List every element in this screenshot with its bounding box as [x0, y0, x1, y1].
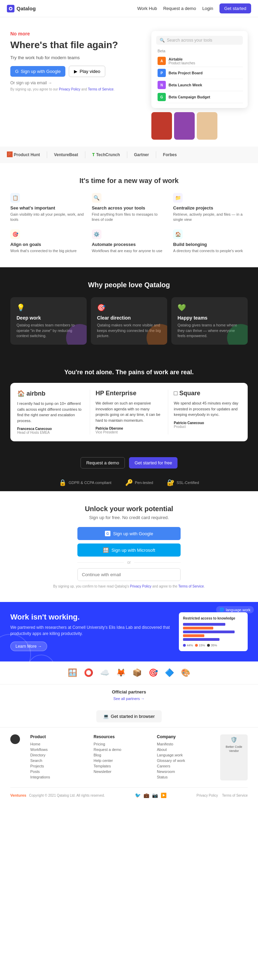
footer-link-templates[interactable]: Templates: [94, 764, 147, 768]
partner-box: 📦: [132, 668, 142, 677]
hero-google-button[interactable]: G Sign up with Google: [10, 66, 65, 77]
nav-logo: Qatalog: [7, 5, 36, 13]
footer-link-workflows[interactable]: Workflows: [30, 748, 83, 752]
search-bar[interactable]: 🔍 Search across your tools: [156, 36, 243, 45]
instagram-icon[interactable]: 📷: [152, 792, 158, 798]
footer-copyright: Copyright © 2021 Qatalog Ltd. All rights…: [29, 794, 105, 797]
feature-icon: 📋: [10, 193, 20, 203]
footer-link-about[interactable]: About: [157, 748, 210, 752]
footer-product-col: Product Home Workflows Directory Search …: [30, 734, 83, 781]
footer-link-integrations[interactable]: Integrations: [30, 775, 83, 779]
start-btn-wrapper: 💻 Get started in browser: [0, 705, 258, 727]
nav-link-workhub[interactable]: Work Hub: [137, 6, 157, 11]
feature-desc: Workflows that are easy for anyone to us…: [92, 248, 167, 253]
get-started-free-button[interactable]: Get started for free: [129, 457, 177, 468]
hero-avatars: [151, 112, 248, 140]
footer-link-manifesto[interactable]: Manifesto: [157, 742, 210, 746]
footer-link-newsroom[interactable]: Newsroom: [157, 770, 210, 773]
banner-desc: We partnered with researchers at Cornell…: [10, 624, 172, 637]
pain-author: Francesca Canecouo: [17, 427, 84, 431]
footer-link-posts[interactable]: Posts: [30, 770, 83, 773]
hero-video-button[interactable]: ▶ Play video: [69, 66, 105, 77]
footer-link-directory[interactable]: Directory: [30, 753, 83, 757]
footer-product-title: Product: [30, 734, 83, 739]
press-venturebeat: VentureBeat: [54, 153, 78, 157]
search-result-item[interactable]: N Beta Launch Week: [156, 79, 243, 91]
footer-link-newsletter[interactable]: Newsletter: [94, 770, 147, 773]
request-demo-button[interactable]: Request a demo: [81, 457, 125, 468]
search-result-item[interactable]: A Airtable Product launches: [156, 55, 243, 67]
feature-item: 📋 See what's important Gain visibility i…: [10, 193, 85, 223]
banner-title: Work isn't working.: [10, 612, 172, 622]
footer-privacy-link[interactable]: Privacy Policy: [196, 794, 218, 797]
press-product-hunt: 🅿 Product Hunt: [7, 152, 40, 158]
feature-item: 🏠 Build belonging A directory that conne…: [173, 229, 248, 253]
footer-terms-link[interactable]: Terms of Service: [222, 794, 248, 797]
why-card: 💡 Deep work Qatalog enables team members…: [10, 297, 87, 345]
footer-bottom-left: Ventures Copyright © 2021 Qatalog Ltd. A…: [10, 793, 105, 797]
search-result-item[interactable]: G Beta Campaign Budget: [156, 91, 243, 103]
pain-card: 🏠 airbnb I recently had to jump on 10+ d…: [10, 383, 248, 441]
nav-link-login[interactable]: Login: [202, 6, 213, 11]
footer-link-pricing[interactable]: Pricing: [94, 742, 147, 746]
feature-title: See what's important: [10, 205, 85, 210]
press-divider-1: [47, 151, 47, 158]
nav-cta-button[interactable]: Get started: [220, 3, 251, 13]
pain-author: Patricia Oberone: [96, 426, 163, 430]
banner-deco-2: [27, 655, 55, 662]
signup-disclaimer: By signing up, you confirm to have read …: [10, 584, 248, 588]
signup-email-field: [77, 568, 181, 581]
footer-link-status[interactable]: Status: [157, 775, 210, 779]
feature-icon: 🏠: [173, 229, 183, 239]
lock-icon: 🔐: [167, 479, 174, 487]
result-text: Beta Project Board: [169, 71, 242, 75]
partner-firefox: 🦊: [116, 668, 126, 677]
trust-pen: 🔑 Pen-tested: [125, 479, 153, 487]
feature-desc: Retrieve, actively people, and files — i…: [173, 212, 248, 223]
twitter-icon[interactable]: 🐦: [135, 792, 141, 798]
pain-logo: □ Square: [174, 390, 241, 397]
trust-ssl: 🔐 SSL-Certified: [167, 479, 199, 487]
trust-strip: 🔒 GDPR & CCPA compliant 🔑 Pen-tested 🔐 S…: [0, 474, 258, 491]
footer-link-requestdemo[interactable]: Request a demo: [94, 748, 147, 752]
start-in-browser-button[interactable]: 💻 Get started in browser: [96, 710, 162, 722]
nav-link-demo[interactable]: Request a demo: [163, 6, 196, 11]
hero-or-text[interactable]: Or sign up via email →: [10, 81, 145, 85]
result-text: Beta Launch Week: [169, 83, 242, 87]
footer-link-careers[interactable]: Careers: [157, 764, 210, 768]
avatar-1: [151, 112, 172, 140]
footer-link-projects[interactable]: Projects: [30, 764, 83, 768]
feature-desc: A directory that connects to people's wo…: [173, 248, 248, 253]
pain-role: Vice President: [96, 430, 163, 434]
footer-company-col: Company Manifesto About Language.work Gl…: [157, 734, 210, 781]
pain-logo: HP Enterprise: [96, 390, 163, 397]
hero-subtitle: Try the work hub for modern teams: [10, 55, 145, 60]
search-result-item[interactable]: P Beta Project Board: [156, 67, 243, 79]
signup-microsoft-button[interactable]: 🪟 Sign up with Microsoft: [77, 544, 181, 557]
key-icon: 🔑: [125, 479, 133, 487]
footer-link-blog[interactable]: Blog: [94, 753, 147, 757]
footer-link-helpcenter[interactable]: Help center: [94, 759, 147, 763]
footer-resources-title: Resources: [94, 734, 147, 739]
footer-link-home[interactable]: Home: [30, 742, 83, 746]
youtube-icon[interactable]: ▶️: [161, 792, 167, 798]
navbar: Qatalog Work Hub Request a demo Login Ge…: [0, 0, 258, 17]
new-way-title: It's time for a new way of work: [10, 177, 248, 185]
linkedin-icon[interactable]: 💼: [143, 792, 149, 798]
why-title: Why people love Qatalog: [10, 281, 248, 289]
footer-link-languagework[interactable]: Language.work: [157, 753, 210, 757]
logo-text: Qatalog: [16, 5, 36, 11]
pain-role: Product: [174, 425, 241, 429]
footer-brand-logo: [10, 734, 20, 744]
signup-google-button[interactable]: G Sign up with Google: [77, 527, 181, 540]
see-all-partners[interactable]: See all partners →: [10, 697, 248, 701]
cta-strip: Request a demo Get started for free: [0, 452, 258, 474]
email-input[interactable]: [77, 568, 181, 581]
footer-link-search[interactable]: Search: [30, 759, 83, 763]
footer-link-glossary[interactable]: Glossary of work: [157, 759, 210, 763]
feature-item: 📁 Centralize projects Retrieve, actively…: [173, 193, 248, 223]
why-section: Why people love Qatalog 💡 Deep work Qata…: [0, 267, 258, 358]
chart-title: Restricted access to knowledge: [183, 616, 244, 620]
footer-social: 🐦 💼 📷 ▶️: [135, 792, 167, 798]
language-icon: 🌐: [220, 608, 224, 612]
